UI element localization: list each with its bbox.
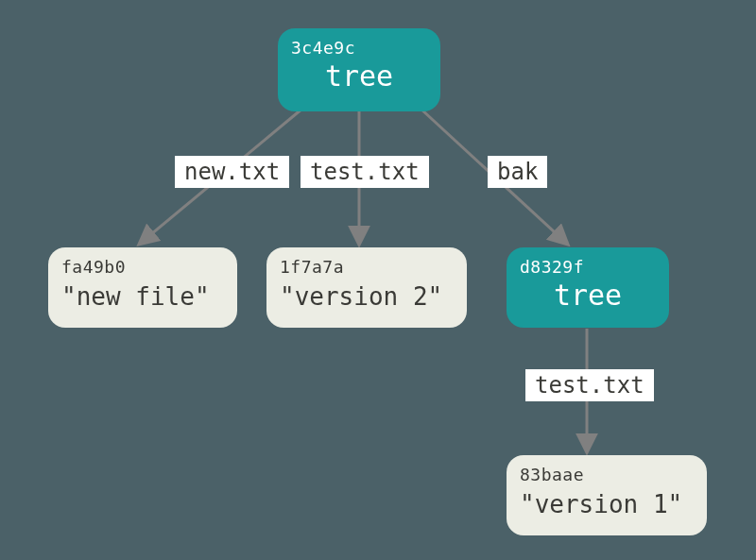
edge-label-test-txt: test.txt — [301, 156, 429, 188]
node-label: tree — [520, 279, 656, 312]
node-hash: 3c4e9c — [291, 38, 427, 58]
node-label: tree — [291, 59, 427, 93]
node-hash: 1f7a7a — [280, 257, 454, 277]
node-blob-version-1: 83baae "version 1" — [507, 455, 707, 535]
node-root-tree: 3c4e9c tree — [278, 28, 440, 111]
node-label: "new file" — [61, 282, 224, 311]
git-object-diagram: 3c4e9c tree new.txt test.txt bak fa49b0 … — [0, 0, 756, 560]
node-subtree: d8329f tree — [507, 247, 669, 328]
node-blob-version-2: 1f7a7a "version 2" — [266, 247, 467, 328]
edge-label-subtree-test-txt: test.txt — [525, 369, 654, 401]
node-blob-new-file: fa49b0 "new file" — [48, 247, 237, 328]
node-hash: fa49b0 — [61, 257, 224, 277]
node-hash: d8329f — [520, 257, 656, 277]
node-label: "version 2" — [280, 282, 454, 311]
node-label: "version 1" — [520, 490, 694, 518]
edge-label-bak: bak — [488, 156, 547, 188]
edge-label-new-txt: new.txt — [175, 156, 289, 188]
node-hash: 83baae — [520, 465, 694, 484]
